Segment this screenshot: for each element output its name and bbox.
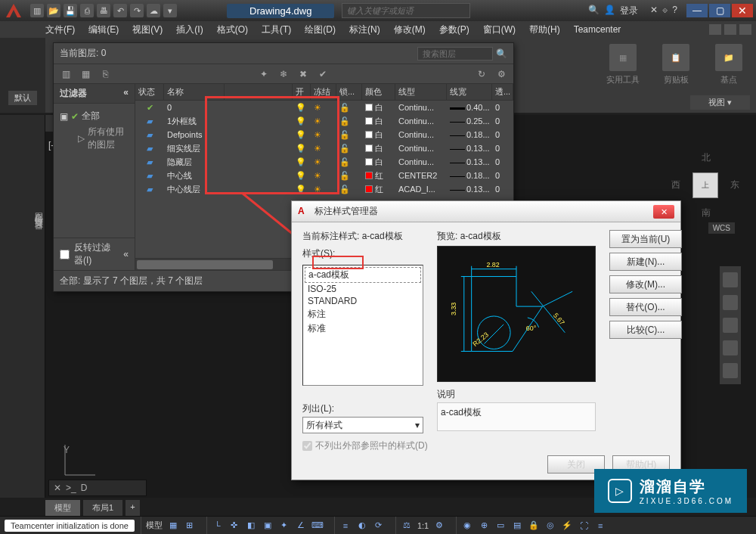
layer-lineweight[interactable]: 0.25... — [447, 116, 492, 126]
signin-label[interactable]: 登录 — [620, 5, 638, 17]
qat-open-icon[interactable]: 📂 — [47, 4, 60, 17]
style-item-iso25[interactable]: ISO-25 — [305, 283, 421, 295]
override-button[interactable]: 替代(O)... — [609, 298, 682, 316]
sun-freeze-icon[interactable]: ☀ — [311, 157, 336, 167]
dynamic-input-icon[interactable]: ⌨ — [311, 520, 324, 532]
help-icon[interactable]: ? — [672, 5, 677, 17]
qat-saveas-icon[interactable]: ⎙ — [80, 4, 94, 17]
qat-print-icon[interactable]: 🖶 — [97, 4, 110, 17]
refresh-icon[interactable]: ↻ — [476, 68, 488, 80]
sun-freeze-icon[interactable]: ☀ — [311, 185, 336, 194]
invert-collapse-icon[interactable]: « — [123, 249, 129, 259]
set-current-icon[interactable]: ✔ — [317, 68, 329, 80]
3dosnap-icon[interactable]: ✦ — [278, 520, 290, 532]
layer-row[interactable]: ▰隐藏层💡☀🔓白Continu...0.13...0 — [135, 155, 513, 169]
qat-redo-icon[interactable]: ↷ — [130, 4, 144, 17]
menu-format[interactable]: 格式(O) — [217, 23, 248, 36]
new-layer-icon[interactable]: ✦ — [258, 68, 270, 80]
menu-help[interactable]: 帮助(H) — [529, 23, 560, 36]
hardware-accel-icon[interactable]: ⚡ — [561, 520, 573, 532]
layer-linetype[interactable]: CENTER2 — [395, 171, 447, 180]
doc-close-icon[interactable] — [739, 24, 751, 35]
settings-gear-icon[interactable]: ⚙ — [495, 68, 507, 80]
lock-open-icon[interactable]: 🔓 — [336, 130, 362, 140]
style-item-biaozhu[interactable]: 标注 — [305, 307, 421, 321]
layer-color[interactable]: 白 — [362, 157, 395, 168]
ribbon-panel-base[interactable]: 📁 基点 — [708, 44, 750, 85]
command-line[interactable]: ✕ >_ D — [48, 480, 147, 496]
ribbon-panel-utilities[interactable]: ▦ 实用工具 — [602, 44, 644, 85]
lock-open-icon[interactable]: 🔓 — [336, 144, 362, 154]
col-freeze[interactable]: 冻结 — [311, 84, 336, 100]
layer-lineweight[interactable]: 0.18... — [447, 130, 492, 139]
layer-row[interactable]: ▰中心线层💡☀🔓红ACAD_I...0.13...0 — [135, 182, 513, 196]
layer-row[interactable]: ▰细实线层💡☀🔓白Continu...0.13...0 — [135, 141, 513, 155]
layer-transparency[interactable]: 0 — [492, 116, 513, 126]
layer-row[interactable]: ✔0💡☀🔓白Continu...0.40...0 — [135, 101, 513, 114]
bulb-on-icon[interactable]: 💡 — [293, 171, 311, 181]
layer-lineweight[interactable]: 0.18... — [447, 171, 492, 180]
polar-icon[interactable]: ✜ — [228, 520, 240, 532]
grid-icon[interactable]: ▦ — [167, 520, 179, 532]
qat-more-icon[interactable]: ▾ — [163, 4, 177, 17]
col-on[interactable]: 开 — [293, 84, 311, 100]
doc-minimize-icon[interactable] — [709, 24, 721, 35]
layer-linetype[interactable]: ACAD_I... — [395, 185, 447, 194]
lock-open-icon[interactable]: 🔓 — [336, 157, 362, 167]
bulb-on-icon[interactable]: 💡 — [293, 185, 311, 194]
lock-open-icon[interactable]: 🔓 — [336, 171, 362, 181]
nav-zoom-icon[interactable] — [723, 318, 738, 333]
viewcube-south[interactable]: 南 — [702, 206, 711, 219]
viewcube-top-face[interactable]: 上 — [692, 172, 718, 198]
qat-new-icon[interactable]: ▥ — [30, 4, 44, 17]
binoculars-icon[interactable]: 🔍 — [588, 5, 600, 17]
signin-icon[interactable]: 👤 — [604, 5, 615, 17]
new-filter-icon[interactable]: ▥ — [60, 68, 72, 80]
menu-modify[interactable]: 修改(M) — [394, 23, 426, 36]
annoscale-icon[interactable]: ⚖ — [401, 520, 413, 532]
layer-color[interactable]: 白 — [362, 116, 395, 127]
annomon-icon[interactable]: ⊕ — [478, 520, 490, 532]
listout-combo[interactable]: 所有样式▾ — [302, 417, 423, 433]
col-color[interactable]: 颜色 — [362, 84, 395, 100]
layer-color[interactable]: 红 — [362, 170, 395, 182]
layer-color[interactable]: 白 — [362, 129, 395, 141]
lock-open-icon[interactable]: 🔓 — [336, 185, 362, 194]
bulb-on-icon[interactable]: 💡 — [293, 157, 311, 167]
filter-all[interactable]: ▣✔全部 — [57, 108, 132, 124]
window-maximize-button[interactable]: ▢ — [709, 4, 730, 17]
lock-ui-icon[interactable]: 🔒 — [528, 520, 540, 532]
lock-open-icon[interactable]: 🔓 — [336, 116, 362, 126]
new-button[interactable]: 新建(N)... — [609, 253, 682, 271]
a360-icon[interactable]: ⟐ — [662, 5, 668, 17]
snap-icon[interactable]: ⊞ — [184, 520, 196, 532]
filter-collapse-icon[interactable]: « — [123, 87, 129, 100]
close-cmdline-icon[interactable]: ✕ — [54, 483, 61, 493]
nav-pan-icon[interactable] — [723, 295, 738, 310]
doc-restore-icon[interactable] — [724, 24, 736, 35]
col-lock[interactable]: 锁... — [336, 84, 362, 100]
modify-button[interactable]: 修改(M)... — [609, 275, 682, 293]
col-transparency[interactable]: 透... — [492, 84, 513, 100]
sun-freeze-icon[interactable]: ☀ — [311, 116, 336, 126]
menu-window[interactable]: 窗口(W) — [483, 23, 516, 36]
layer-transparency[interactable]: 0 — [492, 144, 513, 153]
window-minimize-button[interactable]: — — [686, 4, 708, 17]
menu-dimension[interactable]: 标注(N) — [349, 23, 380, 36]
menu-parametric[interactable]: 参数(P) — [439, 23, 469, 36]
customize-icon[interactable]: ≡ — [594, 520, 606, 532]
layer-linetype[interactable]: Continu... — [395, 130, 447, 139]
search-icon[interactable]: 🔍 — [496, 48, 507, 59]
set-current-button[interactable]: 置为当前(U) — [609, 230, 682, 248]
styles-listbox[interactable]: a-cad模板 ISO-25 STANDARD 标注 标准 — [302, 265, 423, 386]
col-status[interactable]: 状态 — [135, 84, 164, 100]
gear-icon[interactable]: ⚙ — [433, 520, 445, 532]
layer-lineweight[interactable]: 0.13... — [447, 185, 492, 194]
col-blank[interactable] — [225, 84, 293, 100]
qat-undo-icon[interactable]: ↶ — [113, 4, 127, 17]
menu-draw[interactable]: 绘图(D) — [305, 23, 336, 36]
sun-freeze-icon[interactable]: ☀ — [311, 103, 336, 113]
style-item-standard[interactable]: STANDARD — [305, 295, 421, 307]
isolate-icon[interactable]: ◎ — [544, 520, 556, 532]
infocenter-search-input[interactable] — [342, 3, 470, 18]
